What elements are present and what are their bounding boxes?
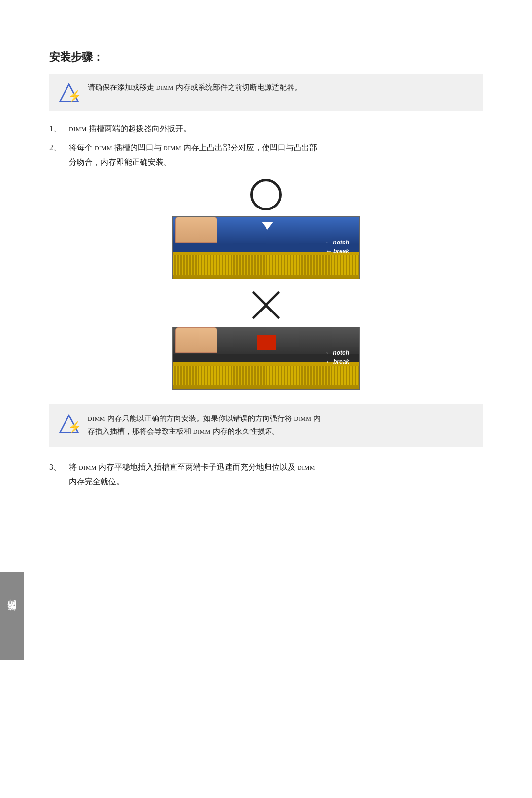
hand-correct [175,217,217,243]
hand-incorrect [175,327,217,353]
step-3-dimm2: DIMM [298,464,315,471]
wrong-orientation-indicator [257,335,276,350]
step-1-dimm: DIMM [69,126,87,133]
warning-text-1: 请确保在添加或移走 DIMM 内存或系统部件之前切断电源适配器。 [88,81,301,94]
incorrect-ram-image: ← notch ← break [172,327,360,390]
warning2-dimm2: DIMM [294,416,312,422]
step-3-number: 3、 [49,460,69,475]
sidebar-label-text: 繁中附錄 [6,614,18,618]
warning-box-2: ⚡ DIMM 内存只能以正确的方向安装。如果你以错误的方向强行将 DIMM 内存… [49,404,483,447]
step-3: 3、 将 DIMM 内存平稳地插入插槽直至两端卡子迅速而充分地归位以及 DIMM… [49,460,483,489]
diagram-correct-section: ← notch ← break [49,179,483,279]
step-2-dimm1: DIMM [95,145,112,152]
correct-symbol [250,179,282,210]
step-1-text: DIMM 插槽两端的起拨器向外扳开。 [69,122,483,136]
break-label-incorrect: ← break [325,358,349,366]
break-label-correct: ← break [325,247,349,255]
step-2-number: 2、 [49,141,69,155]
notch-text-correct: notch [333,239,349,246]
correct-ram-image: ← notch ← break [172,216,360,279]
diagram-incorrect-section: ← notch ← break [49,289,483,390]
step-2-dimm2: DIMM [164,145,181,152]
svg-text:⚡: ⚡ [68,420,80,434]
warning2-dimm3: DIMM [193,428,211,435]
notch-arrow-incorrect: ← [325,349,332,357]
notch-label-incorrect: ← notch [325,349,349,357]
sidebar-label: 繁中附錄 [0,572,24,660]
steps-list-3: 3、 将 DIMM 内存平稳地插入插槽直至两端卡子迅速而充分地归位以及 DIMM… [49,460,483,489]
step-2: 2、 将每个 DIMM 插槽的凹口与 DIMM 内存上凸出部分对应，使凹口与凸出… [49,141,483,170]
ram-connector-correct [173,255,359,275]
down-arrow-correct [262,222,273,230]
page-container: 安装步骤： ⚡ 请确保在添加或移走 DIMM 内存或系统部件之前切断电源适配器。… [0,30,532,798]
step-1: 1、 DIMM 插槽两端的起拨器向外扳开。 [49,122,483,136]
step-1-number: 1、 [49,122,69,136]
step-2-text: 将每个 DIMM 插槽的凹口与 DIMM 内存上凸出部分对应，使凹口与凸出部分吻… [69,141,483,170]
ram-connector-incorrect [173,366,359,385]
svg-text:⚡: ⚡ [68,89,80,103]
dimm-label: DIMM [156,84,174,91]
warning-icon-1: ⚡ [58,82,80,104]
break-text-incorrect: break [333,358,349,365]
warning2-dimm1: DIMM [88,416,105,422]
warning-icon-2: ⚡ [58,414,80,435]
section-heading: 安装步骤： [49,50,483,65]
break-arrow-correct: ← [325,247,332,255]
main-content: 安装步骤： ⚡ 请确保在添加或移走 DIMM 内存或系统部件之前切断电源适配器。… [0,30,532,538]
warning-box-1: ⚡ 请确保在添加或移走 DIMM 内存或系统部件之前切断电源适配器。 [49,74,483,111]
warning-text-2: DIMM 内存只能以正确的方向安装。如果你以错误的方向强行将 DIMM 内存插入… [88,413,321,438]
break-text-correct: break [333,248,349,255]
notch-arrow-correct: ← [325,239,332,246]
ram-slot-incorrect [173,362,359,389]
ram-slot-correct [173,252,359,279]
step-3-dimm1: DIMM [79,464,97,471]
step-3-text: 将 DIMM 内存平稳地插入插槽直至两端卡子迅速而充分地归位以及 DIMM内存完… [69,460,483,489]
break-arrow-incorrect: ← [325,358,332,366]
steps-list: 1、 DIMM 插槽两端的起拨器向外扳开。 2、 将每个 DIMM 插槽的凹口与… [49,122,483,169]
notch-label-correct: ← notch [325,239,349,246]
notch-text-incorrect: notch [333,349,349,356]
incorrect-symbol [250,289,282,321]
